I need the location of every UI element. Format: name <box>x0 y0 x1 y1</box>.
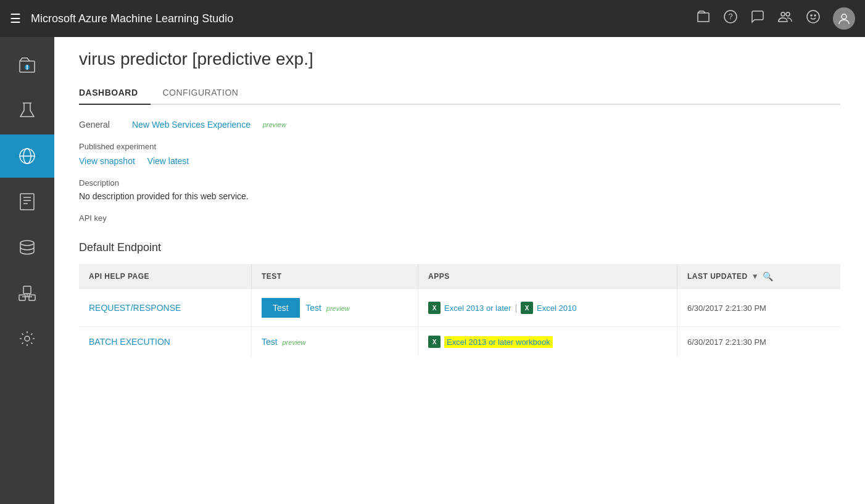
svg-rect-21 <box>19 295 25 300</box>
date-cell-be: 6/30/2017 2:21:30 PM <box>677 327 840 357</box>
folder-icon[interactable] <box>696 9 711 28</box>
table-row: REQUEST/RESPONSE Test Test preview X <box>79 289 840 327</box>
navbar-icons: ? <box>696 7 855 30</box>
svg-point-3 <box>786 12 790 16</box>
tabs: DASHBOARD CONFIGURATION <box>79 81 840 105</box>
sidebar-item-settings[interactable] <box>0 317 54 360</box>
excel-links-be: X Excel 2013 or later workbook <box>428 336 667 348</box>
pipe-separator: | <box>515 303 517 313</box>
sidebar-item-models[interactable] <box>0 271 54 315</box>
community-icon[interactable] <box>777 9 793 28</box>
published-experiment-label: Published experiment <box>79 142 840 151</box>
projects-icon <box>17 55 37 75</box>
date-cell-rr: 6/30/2017 2:21:30 PM <box>677 289 840 327</box>
svg-point-5 <box>811 15 812 16</box>
settings-icon <box>19 330 36 347</box>
api-help-cell-be: BATCH EXECUTION <box>79 327 251 357</box>
test-preview-link-be[interactable]: Test preview <box>262 337 305 347</box>
description-text: No description provided for this web ser… <box>79 191 840 201</box>
published-experiment-section: Published experiment View snapshot View … <box>79 142 840 166</box>
sidebar <box>0 37 54 504</box>
smiley-icon[interactable] <box>806 9 821 28</box>
excel-icon-be: X <box>428 336 441 348</box>
sidebar-item-experiments[interactable] <box>0 89 54 132</box>
description-section: Description No description provided for … <box>79 178 840 201</box>
new-web-services-link[interactable]: New Web Services Experience <box>132 120 250 130</box>
excel-2010-link-rr[interactable]: Excel 2010 <box>537 304 576 313</box>
view-snapshot-link[interactable]: View snapshot <box>79 156 135 166</box>
webservices-icon <box>18 147 36 165</box>
excel-links-rr: X Excel 2013 or later | X Excel 2010 <box>428 302 667 314</box>
published-links: View snapshot View latest <box>79 156 840 166</box>
test-button-rr[interactable]: Test <box>262 298 300 318</box>
svg-text:?: ? <box>728 12 732 21</box>
apps-cell-be: X Excel 2013 or later workbook <box>418 327 677 357</box>
sidebar-item-datasets[interactable] <box>0 226 54 269</box>
svg-point-4 <box>807 10 819 23</box>
endpoint-section: Default Endpoint API HELP PAGE TEST APPS <box>79 241 840 357</box>
svg-point-25 <box>25 336 30 341</box>
avatar[interactable] <box>833 7 855 30</box>
date-rr: 6/30/2017 2:21:30 PM <box>687 304 766 313</box>
sidebar-item-projects[interactable] <box>0 43 54 86</box>
navbar: ☰ Microsoft Azure Machine Learning Studi… <box>0 0 865 37</box>
svg-rect-22 <box>29 295 35 300</box>
page-title: virus predictor [predictive exp.] <box>79 49 840 69</box>
excel-2013-link-rr[interactable]: Excel 2013 or later <box>444 304 511 313</box>
test-preview-link-rr[interactable]: Test preview <box>305 303 349 313</box>
api-help-cell-rr: REQUEST/RESPONSE <box>79 289 251 327</box>
api-key-section: API key <box>79 213 840 223</box>
sort-icon[interactable]: ▼ <box>751 272 759 281</box>
svg-rect-20 <box>23 286 31 294</box>
excel-2013-workbook-link-be[interactable]: Excel 2013 or later workbook <box>444 336 553 348</box>
table-row: BATCH EXECUTION Test preview X Excel 20 <box>79 327 840 357</box>
models-icon <box>18 284 36 302</box>
experiments-icon <box>19 101 36 120</box>
hamburger-icon[interactable]: ☰ <box>10 11 21 26</box>
request-response-link[interactable]: REQUEST/RESPONSE <box>89 303 181 313</box>
test-preview-badge-be: preview <box>282 339 305 346</box>
excel-icon-1-rr: X <box>428 302 441 314</box>
apps-cell-rr: X Excel 2013 or later | X Excel 2010 <box>418 289 677 327</box>
help-icon[interactable]: ? <box>723 9 738 28</box>
svg-rect-15 <box>20 194 34 210</box>
search-col-icon[interactable]: 🔍 <box>763 271 774 281</box>
tab-configuration[interactable]: CONFIGURATION <box>163 81 251 105</box>
view-latest-link[interactable]: View latest <box>147 156 189 166</box>
test-preview-badge-rr: preview <box>326 305 350 312</box>
api-help-page-col-header: API HELP PAGE <box>79 264 251 289</box>
date-be: 6/30/2017 2:21:30 PM <box>687 337 766 347</box>
svg-point-19 <box>20 241 34 246</box>
last-updated-col-header: LAST UPDATED ▼ 🔍 <box>677 264 840 289</box>
svg-point-6 <box>814 15 816 16</box>
sidebar-item-notebooks[interactable] <box>0 180 54 223</box>
sidebar-item-webservices[interactable] <box>0 134 54 178</box>
test-cell-be: Test preview <box>251 327 418 357</box>
datasets-icon <box>18 238 36 257</box>
svg-point-7 <box>842 14 846 19</box>
layout: virus predictor [predictive exp.] DASHBO… <box>0 37 865 504</box>
batch-execution-link[interactable]: BATCH EXECUTION <box>89 337 170 347</box>
general-section: General New Web Services Experience prev… <box>79 120 840 130</box>
description-label: Description <box>79 178 840 188</box>
apps-col-header: APPS <box>418 264 677 289</box>
general-label: General <box>79 120 122 130</box>
svg-point-2 <box>781 12 785 16</box>
endpoint-title: Default Endpoint <box>79 241 840 254</box>
app-title: Microsoft Azure Machine Learning Studio <box>31 12 696 25</box>
excel-icon-2-rr: X <box>521 302 533 314</box>
main-content: virus predictor [predictive exp.] DASHBO… <box>54 37 865 504</box>
endpoint-table: API HELP PAGE TEST APPS LAST UPDATED ▼ <box>79 264 840 357</box>
api-key-label: API key <box>79 213 840 223</box>
tab-dashboard[interactable]: DASHBOARD <box>79 81 151 105</box>
chat-icon[interactable] <box>750 9 765 28</box>
test-cell-rr: Test Test preview <box>251 289 418 327</box>
notebooks-icon <box>19 192 35 211</box>
general-preview-badge: preview <box>263 121 286 128</box>
test-col-header: TEST <box>251 264 418 289</box>
